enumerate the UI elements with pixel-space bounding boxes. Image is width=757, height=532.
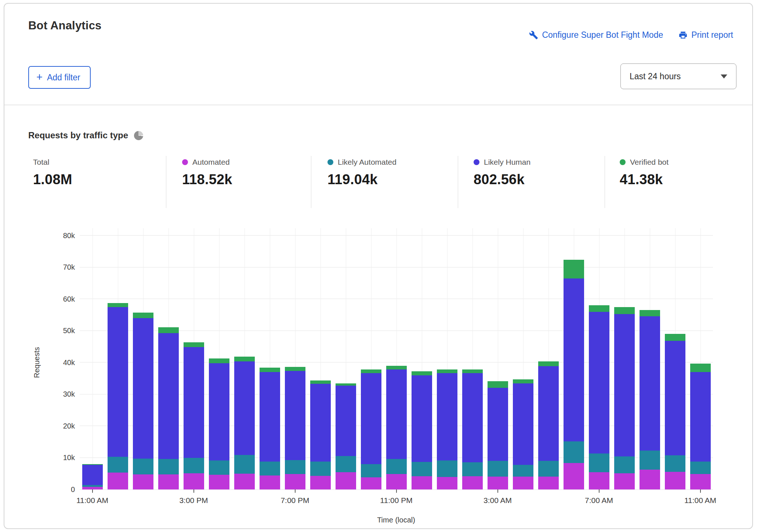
bar-14-segment-likely-human[interactable]: [437, 373, 457, 461]
bar-7-segment-likely-human[interactable]: [260, 372, 280, 462]
bar-20-segment-likely-automated[interactable]: [589, 453, 609, 472]
bar-16-segment-likely-automated[interactable]: [488, 461, 508, 476]
bar-4-segment-likely-human[interactable]: [184, 347, 204, 458]
bar-13-segment-verified-bot[interactable]: [412, 371, 432, 375]
bar-21-segment-verified-bot[interactable]: [614, 307, 635, 314]
bar-3-segment-likely-human[interactable]: [158, 333, 179, 459]
bar-3-segment-verified-bot[interactable]: [158, 327, 179, 333]
bar-22-segment-automated[interactable]: [640, 470, 660, 489]
bar-22-segment-likely-automated[interactable]: [640, 451, 660, 470]
bar-6-segment-verified-bot[interactable]: [234, 357, 255, 362]
bar-12-segment-likely-automated[interactable]: [386, 459, 407, 474]
bar-1-segment-automated[interactable]: [108, 473, 128, 489]
bar-12-segment-verified-bot[interactable]: [386, 366, 407, 369]
bar-15-segment-automated[interactable]: [462, 476, 483, 489]
bar-24-segment-verified-bot[interactable]: [690, 364, 711, 372]
bar-19-segment-likely-human[interactable]: [564, 278, 584, 441]
bar-13-segment-automated[interactable]: [412, 476, 432, 489]
bar-14-segment-verified-bot[interactable]: [437, 369, 457, 373]
bar-4-segment-likely-automated[interactable]: [184, 458, 204, 473]
bar-18-segment-likely-automated[interactable]: [538, 461, 559, 477]
bar-13-segment-likely-automated[interactable]: [412, 462, 432, 476]
bar-8-segment-verified-bot[interactable]: [285, 367, 305, 371]
bar-10-segment-likely-automated[interactable]: [336, 456, 356, 472]
bar-1-segment-likely-human[interactable]: [108, 307, 128, 457]
bar-13-segment-likely-human[interactable]: [412, 375, 432, 462]
bar-15-segment-likely-human[interactable]: [462, 373, 483, 462]
bar-9-segment-verified-bot[interactable]: [310, 380, 331, 384]
bar-0-segment-verified-bot[interactable]: [82, 464, 103, 465]
bar-5-segment-likely-automated[interactable]: [209, 460, 229, 475]
bar-16-segment-automated[interactable]: [488, 477, 508, 489]
bar-1-segment-verified-bot[interactable]: [108, 303, 128, 307]
bar-23-segment-likely-human[interactable]: [665, 341, 685, 455]
bar-7-segment-likely-automated[interactable]: [260, 462, 280, 475]
bar-16-segment-verified-bot[interactable]: [488, 381, 508, 388]
bar-11-segment-likely-human[interactable]: [361, 373, 381, 464]
time-range-select[interactable]: Last 24 hours: [620, 63, 736, 89]
bar-11-segment-automated[interactable]: [361, 477, 381, 489]
bar-19-segment-verified-bot[interactable]: [564, 260, 584, 278]
bar-19-segment-automated[interactable]: [564, 463, 584, 489]
bar-21-segment-likely-automated[interactable]: [614, 456, 635, 473]
bar-18-segment-verified-bot[interactable]: [538, 361, 559, 366]
bar-17-segment-verified-bot[interactable]: [513, 379, 533, 383]
bar-0-segment-automated[interactable]: [82, 487, 103, 489]
bar-18-segment-automated[interactable]: [538, 477, 559, 489]
bar-23-segment-automated[interactable]: [665, 472, 685, 489]
bar-6-segment-automated[interactable]: [234, 474, 255, 489]
bar-9-segment-automated[interactable]: [310, 476, 331, 489]
bar-11-segment-verified-bot[interactable]: [361, 369, 381, 373]
bar-4-segment-automated[interactable]: [184, 473, 204, 489]
bar-8-segment-automated[interactable]: [285, 474, 305, 489]
bar-9-segment-likely-automated[interactable]: [310, 462, 331, 476]
bar-4-segment-verified-bot[interactable]: [184, 342, 204, 347]
bar-17-segment-likely-human[interactable]: [513, 383, 533, 464]
bar-10-segment-likely-human[interactable]: [336, 386, 356, 456]
bar-14-segment-likely-automated[interactable]: [437, 460, 457, 477]
bar-22-segment-likely-human[interactable]: [640, 316, 660, 451]
bar-10-segment-automated[interactable]: [336, 472, 356, 489]
bar-15-segment-likely-automated[interactable]: [462, 462, 483, 476]
bar-16-segment-likely-human[interactable]: [488, 388, 508, 461]
bar-7-segment-automated[interactable]: [260, 475, 280, 489]
bar-0-segment-likely-human[interactable]: [82, 465, 103, 485]
bar-20-segment-automated[interactable]: [589, 472, 609, 489]
bar-15-segment-verified-bot[interactable]: [462, 369, 483, 373]
bar-3-segment-automated[interactable]: [158, 474, 179, 489]
bar-12-segment-automated[interactable]: [386, 474, 407, 489]
bar-20-segment-verified-bot[interactable]: [589, 305, 609, 311]
bar-18-segment-likely-human[interactable]: [538, 366, 559, 461]
bar-23-segment-likely-automated[interactable]: [665, 455, 685, 471]
bar-6-segment-likely-human[interactable]: [234, 361, 255, 455]
bar-23-segment-verified-bot[interactable]: [665, 334, 685, 341]
bar-24-segment-likely-automated[interactable]: [690, 462, 711, 474]
bar-8-segment-likely-human[interactable]: [285, 371, 305, 460]
bar-22-segment-verified-bot[interactable]: [640, 310, 660, 316]
bar-21-segment-likely-human[interactable]: [614, 314, 635, 456]
print-report-link[interactable]: Print report: [678, 30, 733, 40]
add-filter-button[interactable]: + Add filter: [28, 66, 91, 89]
bar-8-segment-likely-automated[interactable]: [285, 460, 305, 474]
bar-3-segment-likely-automated[interactable]: [158, 459, 179, 474]
bar-12-segment-likely-human[interactable]: [386, 369, 407, 459]
bar-9-segment-likely-human[interactable]: [310, 384, 331, 462]
bar-2-segment-likely-human[interactable]: [133, 318, 153, 459]
configure-super-bot-fight-mode-link[interactable]: Configure Super Bot Fight Mode: [529, 30, 663, 40]
bar-7-segment-verified-bot[interactable]: [260, 368, 280, 372]
bar-17-segment-automated[interactable]: [513, 477, 533, 489]
bar-5-segment-likely-human[interactable]: [209, 363, 229, 461]
bar-24-segment-likely-human[interactable]: [690, 372, 711, 462]
bar-17-segment-likely-automated[interactable]: [513, 465, 533, 477]
bar-11-segment-likely-automated[interactable]: [361, 464, 381, 477]
bar-10-segment-verified-bot[interactable]: [336, 383, 356, 386]
bar-2-segment-automated[interactable]: [133, 474, 153, 489]
bar-24-segment-automated[interactable]: [690, 474, 711, 489]
bar-21-segment-automated[interactable]: [614, 473, 635, 489]
bar-2-segment-verified-bot[interactable]: [133, 313, 153, 318]
bar-0-segment-likely-automated[interactable]: [82, 485, 103, 487]
bar-20-segment-likely-human[interactable]: [589, 312, 609, 454]
bar-6-segment-likely-automated[interactable]: [234, 455, 255, 474]
bar-5-segment-automated[interactable]: [209, 475, 229, 489]
bar-1-segment-likely-automated[interactable]: [108, 457, 128, 473]
